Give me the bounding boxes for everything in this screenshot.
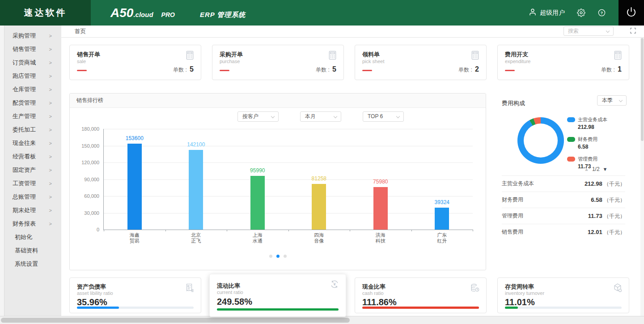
brand-logo: 速达软件 [0, 0, 91, 26]
coins-icon [470, 283, 480, 294]
expense-row-value: 12.01 （千元） [588, 224, 625, 240]
sidebar-item-17[interactable]: 基础资料 [4, 244, 61, 257]
chevron-right-icon: > [49, 217, 52, 230]
horizontal-scrollbar-thumb[interactable] [1, 318, 350, 323]
chevron-right-icon: > [49, 204, 52, 217]
stat-card-3[interactable]: 领料单pick sheet单数 : 2 [355, 45, 487, 80]
period-filter-value: 本季 [602, 97, 613, 103]
ratio-card-1[interactable]: 资产负债率asset libility ratio35.96% [69, 277, 201, 313]
expense-row-3: 管理费用11.73 （千元） [502, 208, 625, 224]
y-axis-label: 0 [72, 227, 99, 232]
x-axis-tick [411, 230, 412, 231]
sidebar-item-12[interactable]: 工资管理> [4, 177, 61, 190]
ratio-card-2[interactable]: 流动比率current ratio249.58%¥ [209, 274, 346, 317]
chart-filter-select-2[interactable]: 本月 [300, 111, 341, 122]
bar-chart: 030,00060,00090,000120,000150,000180,000… [103, 129, 473, 230]
stat-card-1[interactable]: 销售开单sale单数 : 5 [69, 45, 201, 80]
app-header: 速达软件 A50.cloud PRO ERP 管理系统 超级用户 ? [0, 0, 644, 26]
sidebar-collapse-strip[interactable] [0, 26, 4, 316]
x-axis-tick [227, 230, 227, 231]
chevron-right-icon: > [49, 136, 52, 150]
product-title: A50.cloud PRO ERP 管理系统 [91, 6, 246, 20]
username-label: 超级用户 [540, 9, 565, 17]
sidebar-item-16[interactable]: 初始化 [4, 230, 61, 244]
chevron-down-icon [271, 115, 275, 118]
count-label: 单数 : [458, 67, 474, 73]
legend-label: 财务费用 [578, 136, 597, 143]
user-menu[interactable]: 超级用户 [529, 8, 565, 17]
sidebar-item-13[interactable]: 总账管理> [4, 190, 61, 204]
expense-row-1: 主营业务成本212.98 （千元） [502, 175, 625, 192]
count-value: 1 [618, 65, 622, 73]
count-value: 5 [332, 65, 336, 73]
sidebar-item-5[interactable]: 仓库管理> [4, 83, 61, 96]
chart-filter-select-3[interactable]: TOP 6 [363, 111, 404, 122]
pager-down-icon[interactable]: ▼ [603, 166, 608, 172]
svg-text:¥: ¥ [333, 282, 336, 286]
stat-card-2[interactable]: 采购开单purchase单数 : 5 [212, 45, 344, 80]
sidebar-item-15[interactable]: 财务报表> [4, 217, 61, 230]
chevron-down-icon [619, 98, 623, 102]
accent-dash [220, 70, 229, 71]
erp-dashboard: 速达软件 A50.cloud PRO ERP 管理系统 超级用户 ? 采购管理>… [0, 0, 644, 324]
chevron-down-icon [396, 115, 400, 118]
carousel-dot-1[interactable] [269, 255, 272, 258]
chevron-right-icon: > [49, 163, 52, 177]
ratio-card-3[interactable]: 现金比率cash ratio111.86% [355, 277, 487, 313]
legend-swatch [567, 157, 575, 162]
sales-panel-title: 销售排行榜 [70, 94, 486, 108]
period-filter-select[interactable]: 本季 [597, 95, 627, 106]
progress-track [505, 307, 622, 309]
sidebar-item-4[interactable]: 跑店管理> [4, 69, 61, 83]
bar-洪海科技 [373, 187, 388, 230]
chevron-right-icon: > [49, 190, 52, 204]
ratio-card-value: 249.58% [217, 297, 252, 307]
sidebar-item-6[interactable]: 配货管理> [4, 96, 61, 110]
chevron-right-icon: > [49, 123, 52, 136]
carousel-dot-2[interactable] [276, 255, 280, 258]
sidebar-item-11[interactable]: 固定资产> [4, 163, 61, 177]
count-value: 2 [475, 65, 479, 73]
gridline [104, 179, 473, 180]
sidebar-item-18[interactable]: 系统设置 [4, 257, 61, 271]
filter-value: TOP 6 [368, 113, 383, 119]
x-axis-category-label: 海鑫贸易 [118, 232, 151, 244]
help-icon[interactable]: ? [597, 9, 606, 17]
sidebar-item-14[interactable]: 期末处理> [4, 204, 61, 217]
sales-ranking-panel: 销售排行榜 按客户本月TOP 6 030,00060,00090,000120,… [69, 93, 486, 270]
ratio-card-4[interactable]: 存货周转率inventory turnover11.01% [497, 277, 629, 313]
bar-value-label: 75980 [360, 179, 401, 185]
vertical-scrollbar-thumb[interactable] [641, 38, 644, 141]
sidebar-item-2[interactable]: 销售管理> [4, 43, 61, 56]
sidebar-item-7[interactable]: 生产管理> [4, 110, 61, 123]
sidebar-item-3[interactable]: 订货商城> [4, 56, 61, 69]
accent-dash [77, 70, 87, 71]
sidebar-item-10[interactable]: 经营看板> [4, 150, 61, 163]
settings-gear-icon[interactable] [577, 9, 585, 17]
pager-up-icon[interactable]: ▲ [584, 166, 589, 172]
gridline [104, 146, 473, 146]
y-axis-label: 150,000 [72, 143, 99, 149]
bar-value-label: 142100 [176, 141, 216, 148]
expense-row-value: 212.98 （千元） [585, 176, 625, 192]
tab-home[interactable]: 首页 [70, 26, 90, 37]
calculator-icon [470, 50, 480, 62]
fullscreen-icon[interactable] [630, 27, 636, 36]
sidebar: 采购管理>销售管理>订货商城>跑店管理>仓库管理>配货管理>生产管理>委托加工>… [0, 26, 61, 316]
logout-power-button[interactable] [619, 0, 644, 26]
carousel-dot-3[interactable] [284, 255, 287, 258]
sidebar-item-9[interactable]: 现金往来> [4, 136, 61, 150]
count-value: 5 [190, 65, 194, 73]
receipt-icon [185, 283, 195, 294]
expense-row-label: 财务费用 [502, 196, 523, 203]
expense-row-2: 财务费用6.58 （千元） [502, 192, 625, 208]
progress-fill [362, 307, 479, 309]
search-input[interactable]: 搜索 [564, 26, 614, 36]
pager-label: 1/2 [592, 166, 600, 172]
chart-filter-select-1[interactable]: 按客户 [237, 111, 279, 122]
sidebar-item-1[interactable]: 采购管理> [4, 29, 61, 43]
chevron-right-icon: > [49, 177, 52, 190]
stat-card-4[interactable]: 费用开支expenditure单数 : 1 [497, 45, 629, 80]
sidebar-item-8[interactable]: 委托加工> [4, 123, 61, 136]
x-axis-tick [473, 230, 473, 231]
